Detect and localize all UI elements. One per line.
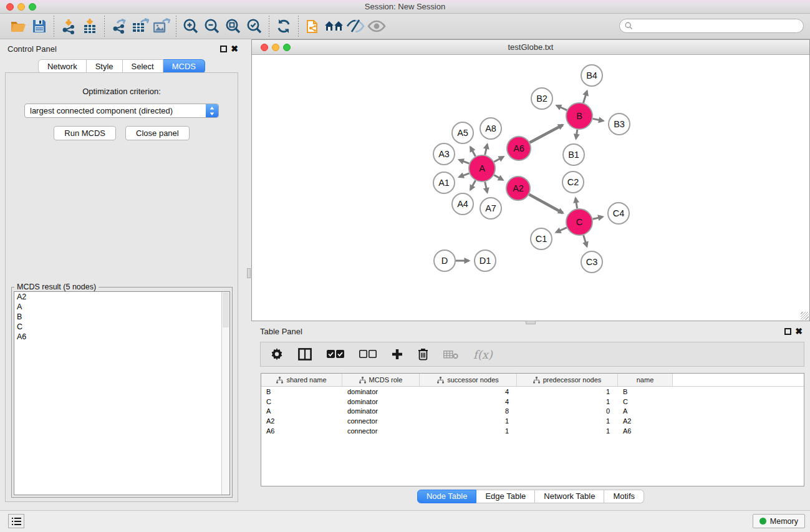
save-session-icon[interactable] xyxy=(29,16,50,37)
task-history-button[interactable] xyxy=(8,514,24,528)
deselect-all-checkboxes-icon[interactable] xyxy=(359,346,377,363)
table-cell[interactable]: dominator xyxy=(342,407,420,415)
graph-edge-B-B2[interactable] xyxy=(557,105,567,110)
table-cell[interactable]: 4 xyxy=(420,388,517,395)
table-cell[interactable]: 4 xyxy=(420,398,517,405)
table-cell[interactable]: A xyxy=(261,407,342,415)
table-cell[interactable]: connector xyxy=(342,417,420,425)
splitter-handle[interactable] xyxy=(247,268,251,278)
show-graphics-details-icon[interactable] xyxy=(366,16,387,37)
table-row[interactable]: Bdominator41B xyxy=(261,387,804,397)
zoom-fit-icon[interactable] xyxy=(223,16,244,37)
close-panel-button[interactable]: Close panel xyxy=(125,126,190,140)
table-row[interactable]: A6connector11A6 xyxy=(261,426,804,436)
tab-mcds[interactable]: MCDS xyxy=(163,59,205,74)
float-panel-icon[interactable] xyxy=(220,46,227,52)
result-item[interactable]: A2 xyxy=(14,292,229,302)
table-row[interactable]: A2connector11A2 xyxy=(261,416,804,426)
graph-edge-C-C3[interactable] xyxy=(584,235,587,246)
table-cell[interactable]: A2 xyxy=(261,417,342,425)
table-cell[interactable]: 1 xyxy=(517,427,618,435)
table-cell[interactable]: dominator xyxy=(342,398,420,405)
zoom-out-icon[interactable] xyxy=(201,16,223,37)
graph-edge-A-A8[interactable] xyxy=(485,144,488,155)
graph-edge-A6-B[interactable] xyxy=(530,125,563,142)
tab-select[interactable]: Select xyxy=(123,59,163,74)
graph-edge-C-C2[interactable] xyxy=(576,198,577,209)
table-cell[interactable]: B xyxy=(618,388,673,395)
annotation-network-icon[interactable] xyxy=(302,16,324,37)
network-window-titlebar[interactable]: testGlobe.txt xyxy=(252,40,809,55)
close-panel-icon[interactable]: ✖ xyxy=(231,44,238,54)
column-header-predecessor-nodes[interactable]: predecessor nodes xyxy=(517,374,618,386)
table-cell[interactable]: connector xyxy=(342,427,420,435)
search-input[interactable] xyxy=(619,19,804,33)
table-cell[interactable]: 1 xyxy=(517,417,618,425)
result-item[interactable]: A xyxy=(14,302,229,312)
select-stepper-icon[interactable] xyxy=(206,104,218,117)
graph-edge-A-A7[interactable] xyxy=(485,182,488,193)
import-network-icon[interactable] xyxy=(58,16,79,37)
table-cell[interactable]: 1 xyxy=(420,427,517,435)
table-cell[interactable]: B xyxy=(261,388,342,395)
table-cell[interactable]: 0 xyxy=(517,407,618,415)
refresh-icon[interactable] xyxy=(273,16,294,37)
mcds-result-list[interactable]: A2ABCA6 xyxy=(14,291,230,495)
split-view-icon[interactable] xyxy=(298,346,312,363)
tab-motifs[interactable]: Motifs xyxy=(604,490,644,503)
graph-edge-B-B4[interactable] xyxy=(584,91,587,103)
table-cell[interactable]: A2 xyxy=(618,417,673,425)
table-cell[interactable]: A6 xyxy=(261,427,342,435)
table-cell[interactable]: 1 xyxy=(517,398,618,405)
run-mcds-button[interactable]: Run MCDS xyxy=(54,126,116,140)
table-cell[interactable]: C xyxy=(618,398,673,405)
tab-network[interactable]: Network xyxy=(38,59,87,74)
table-cell[interactable]: 1 xyxy=(517,388,618,395)
export-image-icon[interactable] xyxy=(151,16,172,37)
window-resize-grip[interactable] xyxy=(801,312,809,320)
tab-style[interactable]: Style xyxy=(87,59,123,74)
table-cell[interactable]: 1 xyxy=(420,417,517,425)
hide-graphics-details-icon[interactable] xyxy=(345,16,366,37)
memory-button[interactable]: Memory xyxy=(753,514,805,528)
table-cell[interactable]: C xyxy=(261,398,342,405)
home-networks-icon[interactable] xyxy=(324,16,345,37)
table-row[interactable]: Cdominator41C xyxy=(261,397,804,407)
graph-edge-A-A5[interactable] xyxy=(470,147,475,157)
graph-edge-C-C1[interactable] xyxy=(556,228,567,233)
result-list-scrollbar[interactable] xyxy=(221,292,229,495)
column-header-successor-nodes[interactable]: successor nodes xyxy=(420,374,517,386)
tab-node-table[interactable]: Node Table xyxy=(417,490,477,503)
graph-edge-A-A2[interactable] xyxy=(494,175,503,180)
column-header-name[interactable]: name xyxy=(618,374,673,386)
graph-edge-A-A1[interactable] xyxy=(459,173,469,177)
result-item[interactable]: B xyxy=(14,312,229,322)
graph-edge-A-A6[interactable] xyxy=(494,157,503,162)
zoom-selected-icon[interactable] xyxy=(244,16,265,37)
table-cell[interactable]: 8 xyxy=(420,407,517,415)
export-table-icon[interactable] xyxy=(130,16,151,37)
result-item[interactable]: C xyxy=(14,322,229,332)
select-all-checkboxes-icon[interactable] xyxy=(327,346,344,363)
add-column-icon[interactable] xyxy=(392,346,403,363)
settings-gear-icon[interactable] xyxy=(271,346,283,363)
table-cell[interactable]: dominator xyxy=(342,388,420,395)
graph-edge-A-A4[interactable] xyxy=(470,180,475,190)
graph-edge-C-C4[interactable] xyxy=(593,217,603,220)
table-cell[interactable]: A6 xyxy=(618,427,673,435)
export-network-icon[interactable] xyxy=(108,16,130,37)
table-row[interactable]: Adominator80A xyxy=(261,407,804,417)
graph-edge-A-A3[interactable] xyxy=(459,160,469,163)
tab-edge-table[interactable]: Edge Table xyxy=(476,490,535,503)
float-panel-icon[interactable] xyxy=(784,328,791,335)
column-header-shared-name[interactable]: shared name xyxy=(261,374,342,386)
import-table-icon[interactable] xyxy=(79,16,100,37)
table-cell[interactable]: A xyxy=(618,407,673,415)
graph-edge-B-B1[interactable] xyxy=(576,130,577,139)
network-canvas[interactable]: AA1A2A3A4A5A6A7A8BB1B2B3B4CC1C2C3C4DD1 xyxy=(253,55,809,320)
delete-column-icon[interactable] xyxy=(418,346,428,363)
close-panel-icon[interactable]: ✖ xyxy=(795,326,803,336)
criterion-select[interactable]: largest connected component (directed) xyxy=(24,104,219,118)
result-item[interactable]: A6 xyxy=(14,332,229,342)
tab-network-table[interactable]: Network Table xyxy=(535,490,604,503)
